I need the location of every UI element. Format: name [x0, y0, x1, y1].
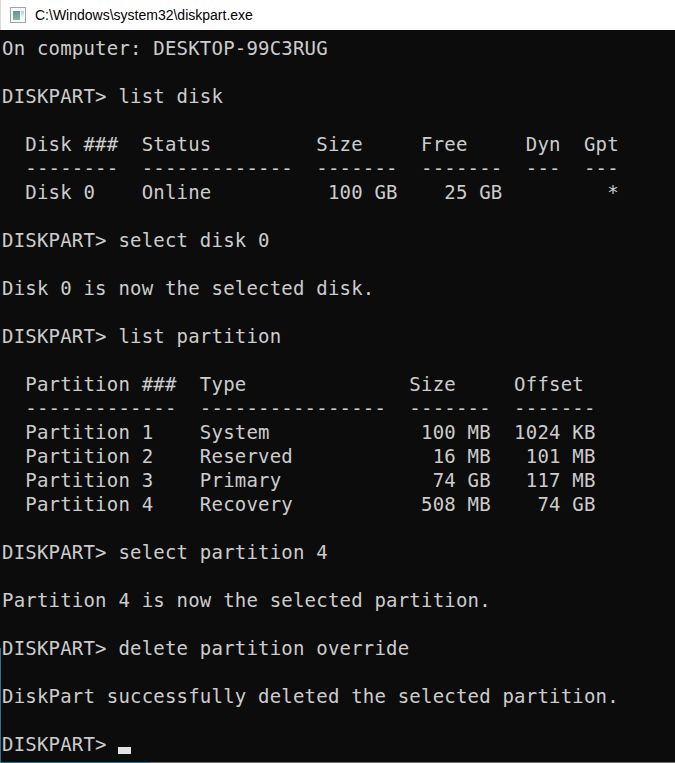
- console-line: [2, 348, 675, 372]
- console-line: DISKPART> select partition 4: [2, 540, 675, 564]
- console-line: Partition 2 Reserved 16 MB 101 MB: [2, 444, 675, 468]
- prompt-label: DISKPART>: [2, 733, 118, 755]
- icon-pane-left: [13, 11, 20, 20]
- console-line: DISKPART> list disk: [2, 84, 675, 108]
- console-line: On computer: DESKTOP-99C3RUG: [2, 36, 675, 60]
- console-line: Disk 0 is now the selected disk.: [2, 276, 675, 300]
- console-line: [2, 252, 675, 276]
- console-line: Disk 0 Online 100 GB 25 GB *: [2, 180, 675, 204]
- console-line: Partition 3 Primary 74 GB 117 MB: [2, 468, 675, 492]
- window-left-edge-accent: [0, 648, 1, 763]
- console-line: [2, 108, 675, 132]
- console-line: Partition 4 Recovery 508 MB 74 GB: [2, 492, 675, 516]
- console-line: [2, 660, 675, 684]
- icon-pane-right: [21, 11, 24, 20]
- console-line: [2, 564, 675, 588]
- console-line: Partition 1 System 100 MB 1024 KB: [2, 420, 675, 444]
- console-line: -------- ------------- ------- ------- -…: [2, 156, 675, 180]
- console-line: [2, 204, 675, 228]
- console-line: DISKPART> list partition: [2, 324, 675, 348]
- console-line: Partition ### Type Size Offset: [2, 372, 675, 396]
- console-line: Partition 4 is now the selected partitio…: [2, 588, 675, 612]
- console-line: [2, 612, 675, 636]
- console-line: DISKPART> delete partition override: [2, 636, 675, 660]
- console-line: [2, 300, 675, 324]
- console-line: ------------- ---------------- ------- -…: [2, 396, 675, 420]
- console-line: Disk ### Status Size Free Dyn Gpt: [2, 132, 675, 156]
- title-bar[interactable]: C:\Windows\system32\diskpart.exe: [0, 0, 675, 30]
- console-line: [2, 60, 675, 84]
- prompt-row: DISKPART>: [2, 732, 675, 756]
- console-line: DISKPART> select disk 0: [2, 228, 675, 252]
- console-output[interactable]: On computer: DESKTOP-99C3RUGDISKPART> li…: [0, 30, 675, 763]
- window-title: C:\Windows\system32\diskpart.exe: [35, 7, 253, 23]
- console-lines: On computer: DESKTOP-99C3RUGDISKPART> li…: [2, 36, 675, 732]
- text-cursor-block: [118, 747, 131, 754]
- diskpart-console-window: C:\Windows\system32\diskpart.exe On comp…: [0, 0, 675, 763]
- console-line: DiskPart successfully deleted the select…: [2, 684, 675, 708]
- console-line: [2, 516, 675, 540]
- console-app-icon[interactable]: [10, 7, 26, 23]
- console-line: [2, 708, 675, 732]
